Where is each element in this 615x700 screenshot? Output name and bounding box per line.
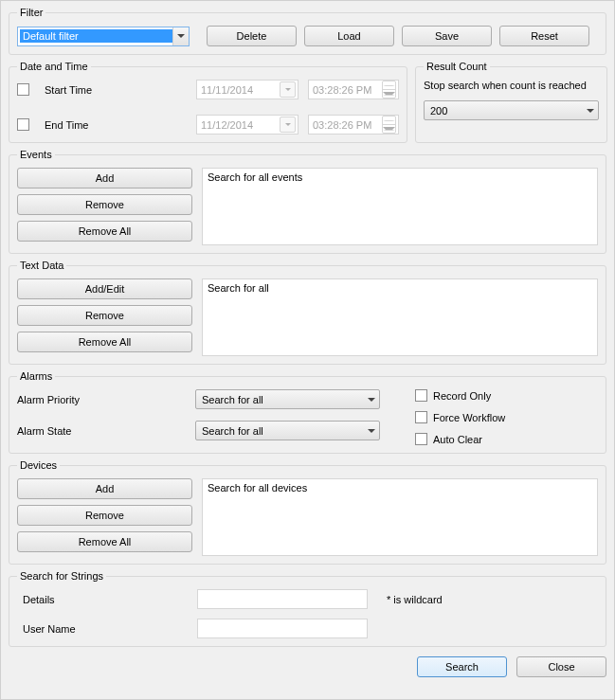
- force-workflow-label: Force Workflow: [433, 412, 505, 423]
- strings-group: Search for Strings Details * is wildcard…: [9, 570, 606, 647]
- devices-list[interactable]: Search for all devices: [202, 478, 598, 556]
- end-time-field: 03:28:26 PM: [308, 115, 399, 135]
- start-time-checkbox[interactable]: [17, 83, 29, 96]
- alarm-priority-label: Alarm Priority: [17, 394, 195, 405]
- username-input[interactable]: [197, 619, 368, 638]
- devices-remove-all-button[interactable]: Remove All: [17, 531, 192, 552]
- calendar-dropdown-icon: [280, 81, 296, 98]
- close-button[interactable]: Close: [516, 656, 606, 677]
- devices-legend: Devices: [17, 459, 60, 471]
- start-time-label: Start Time: [45, 84, 187, 96]
- strings-legend: Search for Strings: [17, 570, 106, 582]
- alarms-group: Alarms Alarm Priority Search for all Ala…: [9, 370, 606, 454]
- alarm-state-label: Alarm State: [17, 425, 195, 437]
- events-group: Events Add Remove Remove All Search for …: [9, 149, 606, 254]
- result-count-select[interactable]: 200: [424, 100, 599, 120]
- events-legend: Events: [17, 149, 55, 160]
- reset-button[interactable]: Reset: [499, 26, 589, 46]
- auto-clear-checkbox[interactable]: [415, 433, 427, 445]
- filter-select[interactable]: Default filter: [17, 27, 190, 46]
- alarms-legend: Alarms: [17, 370, 55, 382]
- datetime-legend: Date and Time: [17, 61, 91, 72]
- auto-clear-label: Auto Clear: [433, 434, 482, 445]
- text-data-legend: Text Data: [17, 260, 66, 271]
- text-data-list[interactable]: Search for all: [202, 278, 598, 356]
- datetime-group: Date and Time Start Time 11/11/2014 03:2…: [9, 61, 407, 143]
- search-button[interactable]: Search: [417, 656, 507, 677]
- record-only-label: Record Only: [433, 390, 491, 402]
- dialog-panel: Filter Default filter Delete Load Save R…: [0, 0, 615, 700]
- events-remove-all-button[interactable]: Remove All: [17, 221, 192, 242]
- filter-legend: Filter: [17, 7, 45, 18]
- spinner-icon: [382, 116, 396, 134]
- devices-add-button[interactable]: Add: [17, 478, 192, 499]
- save-button[interactable]: Save: [402, 26, 492, 46]
- chevron-down-icon: [368, 429, 375, 433]
- end-time-label: End Time: [45, 119, 187, 131]
- start-date-value: 11/11/2014: [201, 84, 253, 96]
- username-label: User Name: [17, 623, 197, 635]
- delete-button[interactable]: Delete: [207, 26, 297, 46]
- chevron-down-icon: [368, 398, 375, 402]
- devices-group: Devices Add Remove Remove All Search for…: [9, 459, 606, 565]
- alarm-state-select[interactable]: Search for all: [195, 421, 380, 440]
- end-date-field: 11/12/2014: [196, 115, 298, 135]
- start-date-field: 11/11/2014: [196, 80, 298, 99]
- result-count-hint: Stop search when count is reached: [424, 80, 599, 91]
- result-count-legend: Result Count: [424, 61, 490, 72]
- chevron-down-icon: [587, 109, 594, 113]
- filter-selected-value: Default filter: [20, 29, 172, 43]
- spinner-icon: [382, 81, 396, 99]
- start-time-field: 03:28:26 PM: [308, 80, 399, 99]
- events-add-button[interactable]: Add: [17, 168, 192, 188]
- details-input[interactable]: [197, 589, 368, 609]
- events-list[interactable]: Search for all events: [202, 168, 598, 245]
- alarm-state-value: Search for all: [202, 425, 263, 437]
- result-count-value: 200: [430, 105, 447, 117]
- record-only-checkbox[interactable]: [415, 389, 427, 402]
- chevron-down-icon[interactable]: [172, 27, 189, 45]
- textdata-add-edit-button[interactable]: Add/Edit: [17, 278, 192, 299]
- events-remove-button[interactable]: Remove: [17, 194, 192, 215]
- start-time-value: 03:28:26 PM: [313, 84, 371, 96]
- load-button[interactable]: Load: [304, 26, 394, 46]
- footer: Search Close: [9, 653, 606, 677]
- calendar-dropdown-icon: [280, 117, 296, 133]
- force-workflow-checkbox[interactable]: [415, 411, 427, 423]
- end-time-value: 03:28:26 PM: [313, 119, 371, 131]
- text-data-group: Text Data Add/Edit Remove Remove All Sea…: [9, 260, 606, 365]
- result-count-group: Result Count Stop search when count is r…: [415, 61, 607, 143]
- wildcard-hint: * is wildcard: [387, 594, 443, 605]
- filter-group: Filter Default filter Delete Load Save R…: [9, 7, 606, 55]
- textdata-remove-all-button[interactable]: Remove All: [17, 332, 192, 352]
- textdata-remove-button[interactable]: Remove: [17, 305, 192, 326]
- end-time-checkbox[interactable]: [17, 118, 29, 131]
- devices-remove-button[interactable]: Remove: [17, 505, 192, 526]
- alarm-priority-value: Search for all: [202, 394, 263, 405]
- details-label: Details: [17, 594, 197, 605]
- end-date-value: 11/12/2014: [201, 119, 253, 131]
- alarm-priority-select[interactable]: Search for all: [195, 389, 380, 409]
